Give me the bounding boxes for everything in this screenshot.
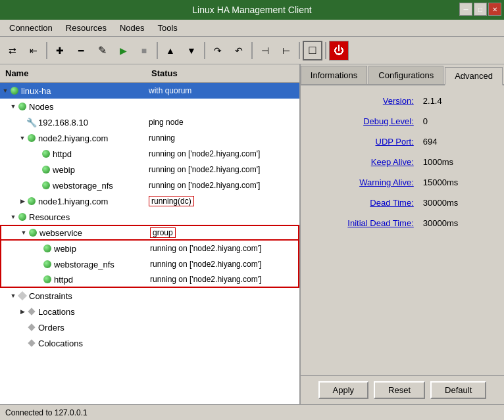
status-webservice: group xyxy=(147,228,298,237)
start-button[interactable]: ▶ xyxy=(113,41,133,60)
expand-constraints[interactable]: ▼ xyxy=(9,292,17,300)
tree-row-linux-ha[interactable]: ▼ linux-ha with quorum xyxy=(0,83,299,99)
tabs-bar: Informations Configurations Advanced xyxy=(301,64,504,85)
row-version: Version: 2.1.4 xyxy=(306,92,499,110)
close-button[interactable]: ✕ xyxy=(488,3,501,16)
label-debug-level[interactable]: Debug Level: xyxy=(309,116,414,126)
standby-left-button[interactable]: ⊣ xyxy=(255,41,275,60)
toolbar-sep-1 xyxy=(46,42,47,59)
status-webstorage-node2: running on ['node2.hiyang.com'] xyxy=(146,181,299,190)
standby-right-button[interactable]: ⊢ xyxy=(276,41,296,60)
label-udp-port[interactable]: UDP Port: xyxy=(309,137,414,147)
label-version[interactable]: Version: xyxy=(309,96,414,106)
maximize-button[interactable]: □ xyxy=(474,3,487,16)
diamond-sm-icon-colocations xyxy=(26,338,37,348)
tree-row-orders[interactable]: ▶ Orders xyxy=(0,319,299,335)
reset-button[interactable]: Reset xyxy=(374,381,425,399)
node-label-node2: node2.hiyang.com xyxy=(38,133,108,143)
menu-nodes[interactable]: Nodes xyxy=(113,21,151,35)
monitor-button[interactable]: □ xyxy=(303,41,322,60)
tree-row-webip-ws[interactable]: ▶ webip running on ['node2.hiyang.com'] xyxy=(0,241,299,256)
menu-tools[interactable]: Tools xyxy=(151,21,184,35)
row-warning-alive: Warning Alive: 15000ms xyxy=(306,174,499,191)
stop-button[interactable]: ■ xyxy=(134,41,154,60)
node-label-colocations: Colocations xyxy=(38,338,83,348)
node-label-orders: Orders xyxy=(38,323,64,333)
label-keep-alive[interactable]: Keep Alive: xyxy=(309,157,414,167)
circle-green-icon xyxy=(9,85,20,96)
tree-row-node2[interactable]: ▼ node2.hiyang.com running xyxy=(0,130,299,146)
menu-resources[interactable]: Resources xyxy=(59,21,113,35)
expand-node1[interactable]: ▶ xyxy=(18,197,26,205)
tree-row-webip-node2[interactable]: ▶ webip running on ['node2.hiyang.com'] xyxy=(0,162,299,177)
node-label-httpd-ws: httpd xyxy=(54,275,73,285)
status-webip-ws: running on ['node2.hiyang.com'] xyxy=(147,244,298,253)
tab-advanced[interactable]: Advanced xyxy=(445,67,503,85)
tree-row-nodes[interactable]: ▼ Nodes xyxy=(0,99,299,114)
tree-row-192[interactable]: ▶ 🔧 192.168.8.10 ping node xyxy=(0,114,299,130)
group-badge: group xyxy=(150,227,176,238)
tree-row-resources[interactable]: ▼ Resources xyxy=(0,209,299,225)
tree-header: Name Status xyxy=(0,64,299,83)
expand-node2[interactable]: ▼ xyxy=(18,134,26,142)
tab-configurations[interactable]: Configurations xyxy=(368,66,443,84)
tree-row-webservice[interactable]: ▼ webservice group xyxy=(0,225,299,241)
circle-green-webstorage-icon xyxy=(41,180,51,191)
node-label-webservice: webservice xyxy=(39,228,82,238)
apply-button[interactable]: Apply xyxy=(318,381,369,399)
tree-row-colocations[interactable]: ▶ Colocations xyxy=(0,335,299,351)
col-status: Status xyxy=(146,66,299,81)
toolbar: ⇄ ⇤ ✚ ━ ✎ ▶ ■ ▲ ▼ ↷ ↶ ⊣ ⊢ □ ⏻ xyxy=(0,37,504,64)
edit-button[interactable]: ✎ xyxy=(92,41,112,60)
disconnect-icon[interactable]: ⇤ xyxy=(24,41,43,60)
toolbar-sep-3 xyxy=(204,42,205,59)
tree-panel: Name Status ▼ linux-ha with quorum ▼ xyxy=(0,64,301,404)
diamond-icon xyxy=(17,291,28,301)
unmigrate-button[interactable]: ↶ xyxy=(229,41,249,60)
status-node1: running(dc) xyxy=(146,197,299,206)
status-webip-node2: running on ['node2.hiyang.com'] xyxy=(146,165,299,174)
diamond-sm-icon-locations xyxy=(26,306,37,317)
label-dead-time[interactable]: Dead Time: xyxy=(309,198,414,208)
connect-icon[interactable]: ⇄ xyxy=(3,41,22,60)
row-debug-level: Debug Level: 0 xyxy=(306,112,499,130)
expand-resources[interactable]: ▼ xyxy=(9,213,17,221)
status-httpd-node2: running on ['node2.hiyang.com'] xyxy=(146,149,299,158)
node-label-webstorage-ws: webstorage_nfs xyxy=(54,260,114,269)
row-dead-time: Dead Time: 30000ms xyxy=(306,194,499,212)
value-debug-level: 0 xyxy=(414,116,428,126)
label-initial-dead-time[interactable]: Initial Dead Time: xyxy=(309,218,414,228)
add-button[interactable]: ✚ xyxy=(50,41,70,60)
migrate-button[interactable]: ↷ xyxy=(208,41,228,60)
expand-nodes[interactable]: ▼ xyxy=(9,103,17,110)
row-keep-alive: Keep Alive: 1000ms xyxy=(306,153,499,171)
node-label-192: 192.168.8.10 xyxy=(38,118,88,128)
tree-row-webstorage-ws[interactable]: ▶ webstorage_nfs running on ['node2.hiya… xyxy=(0,256,299,272)
node-label-linux-ha: linux-ha xyxy=(21,86,51,96)
minimize-button[interactable]: ─ xyxy=(459,3,472,16)
tree-row-node1[interactable]: ▶ node1.hiyang.com running(dc) xyxy=(0,193,299,209)
tab-informations[interactable]: Informations xyxy=(301,66,368,84)
label-warning-alive[interactable]: Warning Alive: xyxy=(309,177,414,187)
tree-row-httpd-node2[interactable]: ▶ httpd running on ['node2.hiyang.com'] xyxy=(0,146,299,162)
circle-green-httpd-ws-icon xyxy=(42,274,53,285)
tree-row-locations[interactable]: ▶ Locations xyxy=(0,304,299,319)
expand-webservice[interactable]: ▼ xyxy=(20,229,28,237)
demote-button[interactable]: ▼ xyxy=(182,41,201,60)
expand-locations[interactable]: ▶ xyxy=(18,308,26,315)
menu-connection[interactable]: Connection xyxy=(3,21,59,35)
title-bar: Linux HA Management Client ─ □ ✕ xyxy=(0,0,504,20)
tree-row-httpd-ws[interactable]: ▶ httpd running on ['node2.hiyang.com'] xyxy=(0,272,299,288)
promote-button[interactable]: ▲ xyxy=(161,41,180,60)
tree-row-webstorage-node2[interactable]: ▶ webstorage_nfs running on ['node2.hiya… xyxy=(0,177,299,193)
circle-green-node1-icon xyxy=(26,196,37,206)
tree-row-constraints[interactable]: ▼ Constraints xyxy=(0,288,299,304)
toolbar-sep-4 xyxy=(251,42,253,59)
status-webstorage-ws: running on ['node2.hiyang.com'] xyxy=(147,260,298,269)
exit-button[interactable]: ⏻ xyxy=(329,41,349,60)
node-label-node1: node1.hiyang.com xyxy=(38,197,108,206)
remove-button[interactable]: ━ xyxy=(71,41,91,60)
default-button[interactable]: Default xyxy=(430,381,486,399)
expand-linux-ha[interactable]: ▼ xyxy=(1,87,9,95)
row-udp-port: UDP Port: 694 xyxy=(306,133,499,151)
